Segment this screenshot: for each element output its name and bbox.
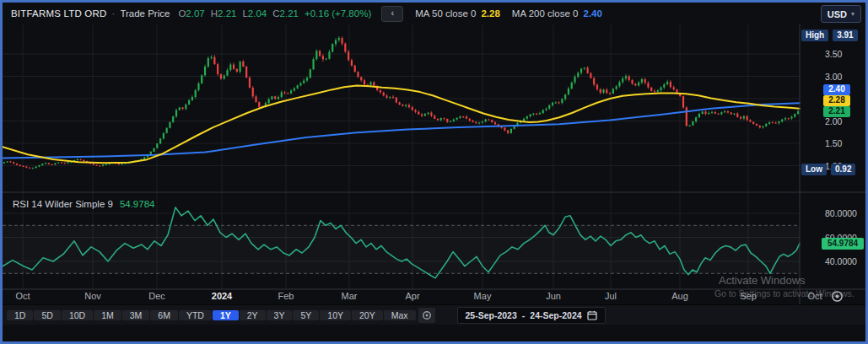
month-label-may[interactable]: May (474, 291, 492, 303)
rsi-title: RSI 14 Wilder Simple 9 (13, 199, 113, 209)
range-button-5y[interactable]: 5Y (293, 310, 319, 320)
rsi-legend: RSI 14 Wilder Simple 954.9784 (13, 199, 154, 209)
high-badge: High3.91 (801, 30, 858, 41)
change-value: +0.16 (+7.80%) (305, 8, 371, 19)
month-label-dec[interactable]: Dec (148, 291, 165, 303)
range-button-3y[interactable]: 3Y (267, 310, 293, 320)
high-label: H (211, 8, 218, 19)
ohlc-readout: O2.07 H2.21 L2.04 C2.21 +0.16 (+7.80%) (178, 8, 371, 19)
range-button-ytd[interactable]: YTD (179, 310, 212, 320)
collapse-legend-button[interactable]: ‹ (381, 6, 403, 22)
symbol-name: BITFARMS LTD ORD (11, 8, 107, 19)
close-label: C (272, 8, 279, 19)
month-label-aug[interactable]: Aug (671, 291, 688, 303)
range-toolbar: 1D5D10D1M3M6MYTD1Y2Y3Y5Y10Y20YMax 25-Sep… (3, 304, 865, 325)
range-button-10y[interactable]: 10Y (320, 310, 351, 320)
separator-dot: · (112, 8, 116, 19)
range-button-1d[interactable]: 1D (7, 310, 33, 320)
rsi-scale-tick: 40.0000 (825, 256, 857, 266)
range-button-3m[interactable]: 3M (122, 310, 150, 320)
month-label-sep[interactable]: Sep (740, 291, 757, 303)
ma200-legend-value: 2.40 (583, 8, 601, 19)
ma50-legend-label: MA 50 close 0 (415, 8, 476, 19)
low_badge-value: 0.92 (831, 164, 855, 175)
range-button-10d[interactable]: 10D (62, 310, 93, 320)
month-label-apr[interactable]: Apr (405, 291, 419, 303)
open-label: O (178, 8, 186, 19)
trading-app: BITFARMS LTD ORD · Trade Price O2.07 H2.… (3, 3, 865, 325)
high_badge-value: 3.91 (833, 30, 857, 41)
price-scale-tick: 2.00 (825, 116, 842, 126)
low_badge-label: Low (801, 164, 827, 175)
close-value: 2.21 (280, 8, 299, 19)
range-button-1y[interactable]: 1Y (213, 310, 239, 320)
chart-header: BITFARMS LTD ORD · Trade Price O2.07 H2.… (3, 3, 865, 24)
ma50-legend-value: 2.28 (481, 8, 499, 19)
price-scale-tick: 3.50 (825, 49, 842, 59)
month-label-oct[interactable]: Oct (15, 291, 30, 303)
price-scale-tick: 1.50 (825, 138, 842, 148)
low-value: 2.04 (248, 8, 267, 19)
month-label-mar[interactable]: Mar (342, 291, 358, 303)
ma200-badge: 2.40 (823, 84, 850, 95)
chart-plot-area[interactable]: 3.503.002.001.501.0080.000060.000040.000… (3, 24, 865, 304)
high-value: 2.21 (218, 8, 236, 19)
toolbar-settings-icon[interactable] (418, 308, 435, 323)
range-button-5d[interactable]: 5D (34, 310, 60, 320)
price-scale-tick: 3.00 (825, 72, 842, 82)
currency-selector[interactable]: USD ▾ (821, 5, 861, 23)
chevron-down-icon: ▾ (851, 10, 855, 18)
low-badge: Low0.92 (801, 164, 855, 175)
date-range-picker[interactable]: 25-Sep-2023 - 24-Sep-2024 (457, 307, 606, 324)
calendar-icon (587, 310, 597, 320)
date-from: 25-Sep-2023 (466, 310, 517, 320)
range-button-6m[interactable]: 6M (150, 310, 178, 320)
ma50-badge: 2.28 (823, 95, 850, 106)
month-label-feb[interactable]: Feb (278, 291, 294, 303)
month-label-oct[interactable]: Oct (807, 291, 822, 303)
currency-label: USD (828, 9, 847, 19)
rsi-value: 54.9784 (120, 199, 155, 209)
date-to: 24-Sep-2024 (530, 310, 581, 320)
high_badge-label: High (801, 30, 828, 41)
range-button-2y[interactable]: 2Y (240, 310, 266, 320)
axis-settings-icon[interactable] (831, 290, 844, 303)
price-and-rsi-chart[interactable] (3, 24, 865, 304)
range-button-20y[interactable]: 20Y (352, 310, 383, 320)
month-label-2024[interactable]: 2024 (212, 291, 232, 303)
month-label-jun[interactable]: Jun (546, 291, 561, 303)
open-value: 2.07 (186, 8, 204, 19)
month-label-jul[interactable]: Jul (605, 291, 617, 303)
rsi-value-badge: 54.9784 (822, 238, 864, 250)
month-label-nov[interactable]: Nov (84, 291, 101, 303)
chart-window: BITFARMS LTD ORD · Trade Price O2.07 H2.… (0, 0, 868, 344)
ma200-legend-label: MA 200 close 0 (512, 8, 579, 19)
last-badge: 2.21 (823, 106, 850, 117)
date-separator: - (522, 310, 526, 320)
series-label: Trade Price (120, 8, 170, 19)
range-button-1m[interactable]: 1M (94, 310, 121, 320)
rsi-scale-tick: 80.0000 (825, 208, 857, 218)
range-button-max[interactable]: Max (384, 310, 416, 320)
